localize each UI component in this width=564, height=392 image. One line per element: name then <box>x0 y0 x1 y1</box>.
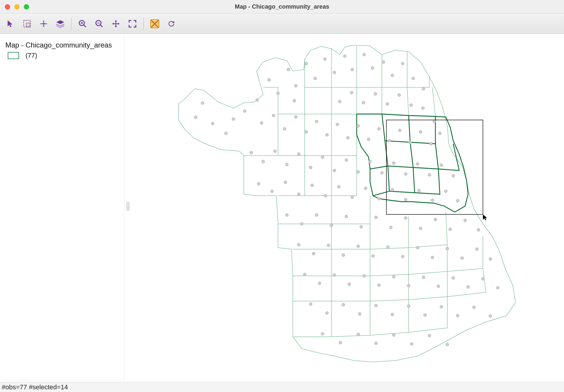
status-text: #obs=77 #selected=14 <box>2 383 68 391</box>
svg-point-111 <box>318 282 321 285</box>
svg-point-17 <box>305 62 308 65</box>
svg-point-81 <box>456 199 459 202</box>
legend-swatch <box>8 52 19 59</box>
svg-point-73 <box>351 196 354 199</box>
svg-point-7 <box>194 116 197 119</box>
legend-panel: Map - Chicago_community_areas (77) <box>2 36 124 380</box>
svg-point-139 <box>375 342 377 345</box>
svg-point-95 <box>477 228 480 231</box>
svg-point-132 <box>440 305 443 308</box>
svg-point-53 <box>309 166 312 169</box>
svg-point-36 <box>326 133 328 136</box>
svg-point-120 <box>452 276 455 279</box>
zoom-in-button[interactable] <box>75 16 91 32</box>
svg-point-71 <box>324 194 327 197</box>
svg-point-44 <box>409 141 412 144</box>
svg-point-105 <box>431 256 434 259</box>
svg-point-56 <box>345 159 348 162</box>
svg-point-69 <box>297 193 300 196</box>
svg-point-109 <box>489 257 492 260</box>
svg-point-142 <box>428 334 431 337</box>
svg-point-140 <box>392 333 395 336</box>
svg-point-141 <box>410 342 413 345</box>
svg-point-119 <box>437 285 440 288</box>
svg-point-14 <box>277 92 279 95</box>
svg-point-34 <box>305 130 308 133</box>
add-layer-button[interactable] <box>36 16 52 32</box>
svg-point-18 <box>314 77 317 80</box>
svg-point-23 <box>363 53 366 56</box>
svg-point-88 <box>375 216 377 219</box>
svg-point-108 <box>475 248 478 251</box>
svg-point-38 <box>346 136 349 139</box>
svg-point-117 <box>407 284 410 287</box>
svg-point-39 <box>357 124 360 127</box>
svg-point-26 <box>391 74 394 77</box>
svg-point-153 <box>293 99 296 102</box>
svg-point-31 <box>272 114 275 117</box>
select-rect-icon <box>23 19 31 28</box>
svg-point-92 <box>434 218 437 221</box>
svg-point-80 <box>444 190 447 193</box>
svg-point-118 <box>422 276 425 279</box>
svg-point-83 <box>300 222 303 225</box>
svg-point-60 <box>392 162 395 165</box>
svg-point-79 <box>431 199 434 202</box>
svg-point-114 <box>363 274 366 277</box>
minimize-icon[interactable] <box>14 4 20 10</box>
svg-point-66 <box>257 182 260 185</box>
svg-point-144 <box>338 100 341 103</box>
svg-point-42 <box>388 139 391 142</box>
svg-point-9 <box>225 132 228 135</box>
svg-point-12 <box>256 99 259 102</box>
svg-point-6 <box>201 102 204 105</box>
close-icon[interactable] <box>5 4 10 10</box>
svg-point-86 <box>345 215 348 218</box>
maximize-icon[interactable] <box>24 4 29 10</box>
svg-point-33 <box>294 116 297 118</box>
svg-point-50 <box>274 150 277 153</box>
svg-point-58 <box>369 160 372 163</box>
zoom-out-icon <box>95 19 104 28</box>
map-canvas[interactable] <box>127 34 564 382</box>
svg-point-43 <box>398 129 401 132</box>
basemap-button[interactable] <box>147 16 163 32</box>
svg-point-143 <box>446 343 449 346</box>
svg-point-62 <box>416 162 419 165</box>
window-title: Map - Chicago_community_areas <box>235 3 329 10</box>
splitter-handle[interactable] <box>127 202 129 211</box>
svg-point-85 <box>330 224 333 227</box>
svg-point-136 <box>321 332 324 335</box>
svg-point-21 <box>343 55 346 58</box>
svg-point-16 <box>294 84 297 87</box>
zoom-out-button[interactable] <box>91 16 107 32</box>
svg-point-37 <box>336 123 339 126</box>
svg-point-146 <box>362 101 365 104</box>
svg-point-63 <box>428 173 431 176</box>
svg-point-123 <box>496 286 499 289</box>
svg-point-147 <box>374 92 377 95</box>
legend-item[interactable]: (77) <box>5 52 121 59</box>
svg-point-8 <box>211 122 214 125</box>
svg-point-112 <box>333 274 336 276</box>
svg-point-40 <box>367 138 370 141</box>
svg-point-27 <box>401 62 404 65</box>
pan-button[interactable] <box>108 16 124 32</box>
svg-point-104 <box>416 246 419 249</box>
refresh-button[interactable] <box>163 16 179 32</box>
svg-point-94 <box>464 219 467 222</box>
map-svg <box>127 34 563 381</box>
svg-point-29 <box>422 87 425 90</box>
cursor-icon <box>483 214 487 220</box>
svg-point-99 <box>342 254 345 257</box>
svg-point-98 <box>327 244 330 247</box>
pointer-tool[interactable] <box>2 16 18 32</box>
toolbar-separator <box>71 18 72 30</box>
svg-point-76 <box>391 188 394 191</box>
select-rect-tool[interactable] <box>19 16 35 32</box>
svg-point-126 <box>342 303 345 306</box>
svg-point-48 <box>250 151 253 154</box>
full-extent-button[interactable] <box>124 16 140 32</box>
svg-point-13 <box>268 78 271 81</box>
layers-button[interactable] <box>52 16 68 32</box>
